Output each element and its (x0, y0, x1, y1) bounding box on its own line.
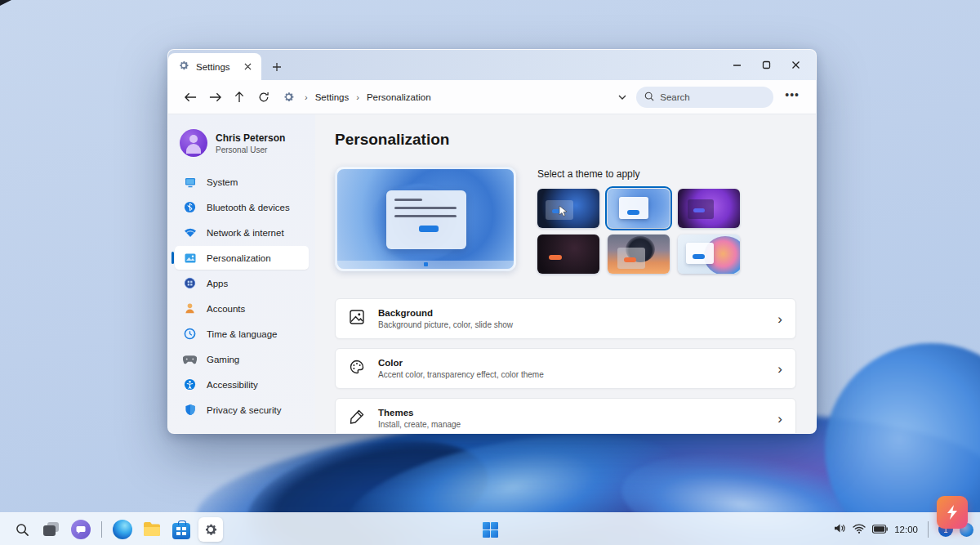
sidebar-item-network[interactable]: Network & internet (175, 221, 309, 244)
file-explorer-icon[interactable] (140, 517, 164, 542)
refresh-icon[interactable] (253, 87, 274, 108)
row-color[interactable]: Color Accent color, transparency effect,… (335, 348, 796, 389)
row-subtitle: Accent color, transparency effect, color… (378, 370, 764, 379)
row-subtitle: Install, create, manage (378, 420, 764, 429)
accounts-icon (183, 302, 197, 315)
taskbar-left-group (10, 513, 223, 545)
sidebar-item-system[interactable]: System (175, 170, 309, 194)
minimize-button[interactable] (724, 55, 749, 76)
clock[interactable]: 12:00 (894, 525, 918, 534)
new-tab-icon[interactable] (270, 60, 284, 74)
battery-icon[interactable] (872, 522, 888, 537)
user-avatar (180, 129, 207, 157)
wifi-icon[interactable] (853, 522, 866, 537)
sidebar-item-label: Privacy & security (207, 405, 281, 415)
settings-rows: Background Background picture, color, sl… (335, 298, 796, 434)
forward-icon[interactable] (204, 87, 225, 108)
close-button[interactable] (783, 55, 808, 76)
page-title: Personalization (335, 131, 796, 149)
start-button[interactable] (478, 517, 502, 542)
tray-divider (928, 521, 929, 538)
settings-gear-icon (178, 60, 189, 74)
personalization-icon (183, 251, 197, 265)
accessibility-icon (183, 377, 197, 391)
sidebar-item-label: Gaming (207, 355, 239, 364)
tab-settings[interactable]: Settings (168, 53, 261, 80)
tab-close-icon[interactable] (240, 60, 255, 74)
theme-accent-pill (549, 255, 562, 260)
row-title: Color (378, 358, 764, 368)
maximize-button[interactable] (754, 55, 778, 76)
theme-tile-sunset[interactable] (608, 235, 670, 274)
theme-tile-dark-blue[interactable] (537, 189, 599, 228)
theme-prompt: Select a theme to apply (537, 168, 740, 180)
search-box[interactable] (636, 87, 773, 108)
breadcrumb-app-gear-icon (278, 87, 299, 108)
theme-mini-window (686, 243, 714, 264)
chevron-down-icon[interactable] (612, 87, 633, 108)
back-icon[interactable] (180, 87, 201, 108)
system-icon (183, 175, 197, 189)
task-view-icon[interactable] (39, 517, 64, 542)
sidebar-item-accounts[interactable]: Accounts (175, 297, 309, 320)
sidebar-item-personalization[interactable]: Personalization (175, 246, 309, 270)
windows-logo-icon (483, 522, 498, 538)
privacy-security-icon (183, 403, 197, 417)
user-name: Chris Peterson (216, 132, 285, 144)
cursor-icon (559, 205, 568, 217)
chat-icon[interactable] (69, 517, 93, 542)
settings-window: Settings (167, 49, 817, 434)
theme-mini-window (619, 197, 648, 219)
edge-icon[interactable] (110, 517, 135, 542)
sidebar-item-accessibility[interactable]: Accessibility (175, 373, 309, 396)
breadcrumb-personalization[interactable]: Personalization (365, 92, 433, 102)
sidebar-item-apps[interactable]: Apps (175, 271, 309, 295)
theme-tile-pastel[interactable] (678, 235, 740, 274)
theme-preview-card (335, 167, 516, 271)
theme-accent-pill (627, 210, 639, 215)
more-options-icon[interactable]: ••• (777, 88, 804, 106)
brush-icon (349, 409, 365, 428)
theme-accent-pill (693, 254, 705, 259)
flash-overlay-badge[interactable] (937, 496, 968, 529)
user-role: Personal User (216, 145, 285, 154)
search-input[interactable] (660, 92, 750, 102)
sidebar-item-bluetooth[interactable]: Bluetooth & devices (175, 195, 309, 219)
row-background[interactable]: Background Background picture, color, sl… (335, 298, 796, 339)
sidebar-item-label: System (207, 177, 238, 187)
search-icon (644, 90, 654, 105)
up-icon[interactable] (229, 87, 250, 108)
theme-tile-purple[interactable] (678, 189, 740, 228)
theme-tile-dark-contrast[interactable] (537, 235, 599, 274)
sidebar-item-time-language[interactable]: Time & language (175, 322, 309, 346)
sidebar-item-label: Bluetooth & devices (207, 203, 290, 212)
preview-text-line (394, 199, 422, 201)
taskbar-divider (101, 521, 102, 538)
theme-accent-pill (693, 208, 705, 212)
tab-strip: Settings (168, 50, 816, 80)
chevron-right-icon: › (777, 362, 782, 376)
window-controls (724, 50, 808, 80)
sidebar-item-label: Accounts (207, 304, 245, 314)
tab-title: Settings (196, 62, 234, 72)
network-icon (183, 226, 197, 239)
sidebar-nav-list: System Bluetooth & devices Network & int… (175, 170, 309, 422)
taskbar-center (478, 513, 502, 545)
row-themes[interactable]: Themes Install, create, manage › (335, 398, 796, 434)
time-language-icon (183, 327, 197, 341)
sidebar-item-privacy-security[interactable]: Privacy & security (175, 398, 309, 422)
sidebar-item-gaming[interactable]: Gaming (175, 347, 309, 371)
volume-icon[interactable] (834, 522, 846, 537)
window-body: Chris Peterson Personal User System Blue… (168, 114, 816, 434)
user-profile[interactable]: Chris Peterson Personal User (175, 126, 309, 170)
taskbar-search-icon[interactable] (10, 517, 34, 542)
screen-corner-artifact (0, 0, 11, 6)
theme-picker: Select a theme to apply (537, 167, 740, 274)
taskbar-settings-icon[interactable] (198, 517, 223, 542)
theme-tile-light-blue-selected[interactable] (608, 189, 670, 228)
store-icon[interactable] (169, 517, 194, 542)
breadcrumb-settings[interactable]: Settings (314, 92, 351, 102)
chevron-right-icon: › (777, 412, 782, 426)
sidebar: Chris Peterson Personal User System Blue… (168, 114, 315, 434)
breadcrumb-separator: › (354, 92, 362, 102)
